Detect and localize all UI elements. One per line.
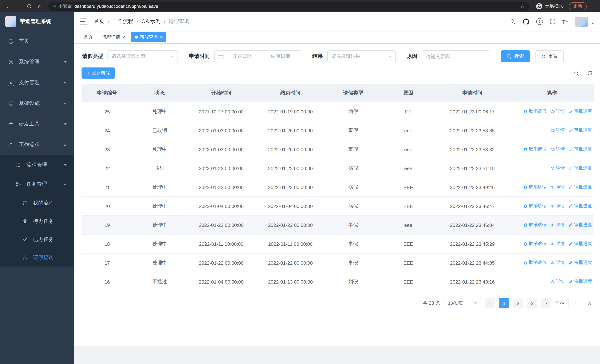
table-cell: 2022-01-22 23:51:15	[435, 159, 509, 178]
cancel-leave-link[interactable]: 取消请假	[523, 241, 547, 247]
github-icon[interactable]	[522, 18, 529, 25]
update-button[interactable]: 更新	[569, 2, 587, 10]
table-cell: 17	[82, 253, 133, 272]
chevron-down-icon	[64, 61, 67, 63]
detail-link[interactable]: 详情	[550, 241, 565, 247]
sidebar-item-dev-tools[interactable]: 研发工具	[0, 114, 74, 135]
search-button[interactable]: 搜索	[501, 50, 530, 62]
approval-progress-link[interactable]: 审批进度	[569, 184, 592, 190]
table-cell: 22	[82, 159, 133, 178]
approval-progress-link[interactable]: 审批进度	[569, 165, 592, 171]
browser-back-button[interactable]: ←	[4, 1, 13, 11]
detail-link[interactable]: 详情	[550, 127, 565, 134]
page-size-value: 10条/页	[448, 300, 463, 306]
sidebar-item-system-mgmt[interactable]: 系统管理	[0, 52, 74, 72]
sidebar-item-todo-tasks[interactable]: 待办任务	[0, 212, 74, 230]
table-tools	[574, 70, 594, 76]
detail-link[interactable]: 详情	[550, 184, 565, 190]
cancel-leave-link[interactable]: 取消请假	[523, 260, 547, 266]
page-size-select[interactable]: 10条/页	[444, 298, 481, 308]
help-icon[interactable]: ?	[536, 18, 543, 25]
goto-page-input[interactable]	[569, 298, 583, 308]
sidebar-item-home[interactable]: 首页	[0, 31, 74, 52]
approval-progress-link[interactable]: 审批进度	[569, 260, 592, 266]
approval-progress-link[interactable]: 审批进度	[569, 146, 592, 152]
next-page-button[interactable]: ›	[541, 298, 552, 308]
cancel-leave-link[interactable]: 取消请假	[523, 203, 547, 209]
reset-button[interactable]: 重置	[535, 50, 564, 62]
browser-refresh-button[interactable]	[24, 1, 34, 11]
page-button-1[interactable]: 1	[499, 298, 509, 308]
cancel-leave-link[interactable]: 取消请假	[523, 146, 547, 152]
sidebar-item-infrastructure[interactable]: 基础设施	[0, 93, 74, 114]
apply-time-range-picker[interactable]: 开始日期 - 结束日期	[214, 50, 301, 62]
page-button-3[interactable]: 3	[527, 298, 537, 308]
sidebar-item-leave-query[interactable]: 请假查询	[0, 248, 74, 267]
approval-progress-link[interactable]: 审批进度	[569, 203, 592, 209]
select-placeholder: 请选择流结果	[331, 53, 360, 60]
browser-forward-button[interactable]: →	[14, 1, 24, 11]
leave-type-select[interactable]: 请选择请假类型	[107, 50, 178, 62]
leave-type-label: 请假类型	[82, 53, 103, 60]
cancel-leave-link[interactable]: 取消请假	[523, 184, 547, 190]
search-toggle-icon[interactable]	[574, 70, 580, 76]
breadcrumb-oa-example[interactable]: OA 示例	[141, 18, 161, 25]
breadcrumb-home[interactable]: 首页	[94, 18, 104, 25]
close-icon[interactable]: ×	[160, 35, 163, 39]
approval-progress-link[interactable]: 审批进度	[569, 279, 592, 285]
page-button-2[interactable]: 2	[513, 298, 523, 308]
approval-progress-link[interactable]: 审批进度	[569, 108, 592, 115]
actions-cell: 详情审批进度	[510, 272, 594, 291]
browser-menu-button[interactable]: ⋮	[590, 3, 596, 9]
sidebar-item-label: 系统管理	[19, 59, 40, 65]
font-size-icon[interactable]: TT	[562, 19, 568, 24]
result-select[interactable]: 请选择流结果	[327, 50, 396, 62]
create-leave-button[interactable]: + 发起请假	[82, 67, 115, 79]
fullscreen-icon[interactable]	[549, 19, 555, 24]
sidebar-item-process-mgmt[interactable]: 流程管理	[0, 155, 74, 175]
refresh-icon[interactable]	[587, 70, 593, 76]
browser-home-button[interactable]: ⌂	[35, 1, 45, 11]
tab-label: 请假查询	[140, 34, 158, 40]
start-date-placeholder: 开始日期	[225, 53, 259, 60]
tab-leave-query[interactable]: 请假查询 ×	[131, 32, 166, 42]
approval-progress-link[interactable]: 审批进度	[569, 241, 592, 247]
reason-input[interactable]	[422, 50, 490, 62]
user-avatar[interactable]	[575, 17, 588, 27]
sidebar-item-task-mgmt[interactable]: 任务管理	[0, 175, 74, 194]
approval-progress-link[interactable]: 审批进度	[569, 127, 592, 134]
prev-page-button[interactable]: ‹	[485, 298, 495, 308]
detail-link[interactable]: 详情	[550, 279, 565, 285]
table-cell: 2022-01-22 23:53:35	[435, 121, 509, 140]
detail-link[interactable]: 详情	[550, 203, 565, 209]
cancel-leave-link[interactable]: 取消请假	[523, 108, 547, 115]
detail-link[interactable]: 详情	[550, 108, 565, 115]
detail-link[interactable]: 详情	[550, 146, 565, 152]
gear-icon	[7, 59, 14, 65]
cancel-leave-link[interactable]: 取消请假	[523, 222, 547, 228]
search-icon[interactable]	[510, 19, 516, 24]
breadcrumb-workflow[interactable]: 工作流程	[113, 18, 133, 25]
sidebar-toggle-icon[interactable]	[80, 19, 87, 24]
not-secure-badge[interactable]: ⚠ 不安全	[53, 3, 72, 9]
screen: ← → ⌂ ⚠ 不安全 dashboard.yudao.iocoder.cn/b…	[0, 0, 600, 364]
close-icon[interactable]: ×	[122, 35, 125, 39]
sidebar-item-workflow[interactable]: 工作流程	[0, 135, 74, 155]
sidebar-item-done-tasks[interactable]: 已办任务	[0, 230, 74, 248]
tab-process-detail[interactable]: 流程详情 ×	[99, 32, 129, 42]
tab-home[interactable]: 首页	[80, 32, 96, 42]
table-cell: 病假	[325, 102, 381, 121]
table-cell: 2022-01-03 00:00:00	[187, 121, 256, 140]
pagination: 共 23 条 10条/页 ‹ 123 › 前往 页	[82, 298, 594, 308]
sidebar-item-payment-mgmt[interactable]: ¥ 支付管理	[0, 72, 74, 93]
address-bar[interactable]: ⚠ 不安全 dashboard.yudao.iocoder.cn/bpm/oa/…	[48, 2, 529, 10]
detail-link[interactable]: 详情	[550, 260, 565, 266]
app-logo[interactable]: 芋道管理系统	[0, 12, 74, 31]
detail-link[interactable]: 详情	[550, 165, 565, 171]
edit-icon	[569, 280, 573, 284]
approval-progress-link[interactable]: 审批进度	[569, 222, 592, 228]
sidebar-item-my-process[interactable]: 我的流程	[0, 194, 74, 212]
bookmark-star-icon[interactable]: ☆	[520, 3, 525, 9]
table-cell: 2022-01-22 00:00:00	[187, 215, 256, 234]
detail-link[interactable]: 详情	[550, 222, 565, 228]
